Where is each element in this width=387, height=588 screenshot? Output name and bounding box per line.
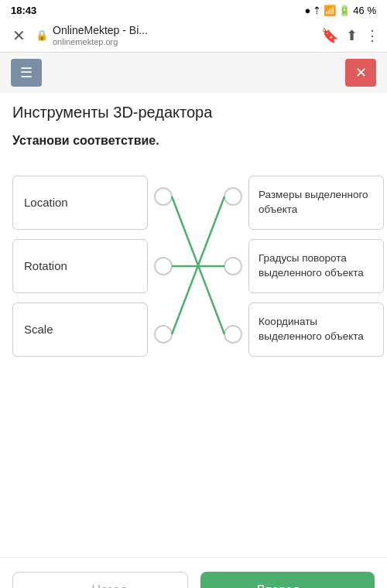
close-icon: ✕ xyxy=(355,64,367,81)
more-options-icon[interactable]: ⋮ xyxy=(365,27,379,44)
left-column: Location Rotation Scale xyxy=(12,176,148,357)
signal-icon: 📶 xyxy=(324,5,336,16)
menu-button[interactable]: ☰ xyxy=(11,59,42,87)
right-item-degrees[interactable]: Градусы поворота выделенного объекта xyxy=(248,239,384,293)
lock-icon: 🔒 xyxy=(36,29,48,41)
url-domain: onlinemektep.org xyxy=(53,37,148,47)
time-display: 18:43 xyxy=(11,5,36,16)
matching-exercise: Location Rotation Scale xyxy=(12,162,375,371)
right-column: Размеры выделенного объекта Градусы пово… xyxy=(248,176,384,357)
svg-point-1 xyxy=(155,258,172,275)
svg-point-4 xyxy=(224,258,241,275)
status-icons: ● ⇡ 📶 🔋 46 % xyxy=(305,5,377,16)
back-arrow-icon: ← xyxy=(74,583,86,588)
svg-point-0 xyxy=(155,188,172,205)
left-item-location[interactable]: Location xyxy=(12,176,148,230)
share-icon[interactable]: ⬆ xyxy=(346,27,358,44)
url-bar: 🔒 OnlineMektep - Bi... onlinemektep.org xyxy=(36,24,315,47)
svg-point-3 xyxy=(224,188,241,205)
next-label: Вперед xyxy=(257,583,300,588)
next-arrow-icon: → xyxy=(306,583,318,588)
battery-icon: 🔋 xyxy=(338,5,351,16)
browser-actions: 🔖 ⬆ ⋮ xyxy=(321,27,379,44)
page-tab-title: OnlineMektep - Bi... xyxy=(53,24,148,37)
back-label: Назад xyxy=(92,583,128,588)
hamburger-icon: ☰ xyxy=(20,64,33,81)
top-toolbar: ☰ ✕ xyxy=(0,53,387,93)
close-button[interactable]: ✕ xyxy=(345,59,376,87)
back-button[interactable]: ← Назад xyxy=(12,572,188,588)
next-button[interactable]: Вперед → xyxy=(200,572,375,588)
footer-nav: ← Назад Вперед → xyxy=(0,557,387,588)
bookmark-icon[interactable]: 🔖 xyxy=(321,27,338,44)
battery-level: 46 % xyxy=(353,5,376,16)
right-item-coordinates[interactable]: Координаты выделенного объекта xyxy=(248,303,384,357)
page-content: ☰ ✕ Инструменты 3D-редактора Установи со… xyxy=(0,53,387,588)
browser-close-button[interactable]: ✕ xyxy=(8,25,29,46)
right-item-sizes[interactable]: Размеры выделенного объекта xyxy=(248,176,384,230)
left-item-rotation[interactable]: Rotation xyxy=(12,239,148,293)
status-bar: 18:43 ● ⇡ 📶 🔋 46 % xyxy=(0,0,387,19)
svg-point-2 xyxy=(155,326,172,343)
url-text: OnlineMektep - Bi... onlinemektep.org xyxy=(53,24,148,47)
connectors-area xyxy=(148,162,248,371)
browser-toolbar: ✕ 🔒 OnlineMektep - Bi... onlinemektep.or… xyxy=(0,19,387,53)
connection-lines xyxy=(148,162,248,371)
question-text: Установи соответствие. xyxy=(12,134,375,148)
main-area: Инструменты 3D-редактора Установи соотве… xyxy=(0,93,387,557)
wifi-icon: ⇡ xyxy=(313,5,321,16)
svg-point-5 xyxy=(224,326,241,343)
network-icon: ● xyxy=(305,5,311,16)
left-item-scale[interactable]: Scale xyxy=(12,303,148,357)
page-title: Инструменты 3D-редактора xyxy=(12,104,375,121)
